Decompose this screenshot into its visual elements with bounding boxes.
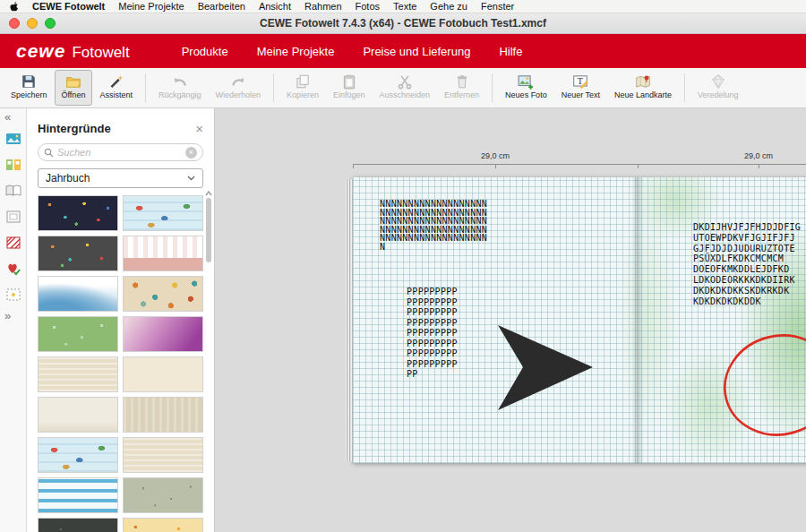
toolbar-button-ausschneiden: Ausschneiden [373,70,438,106]
chevron-down-icon [187,176,195,181]
menubar-item-ansicht[interactable]: Ansicht [259,1,291,12]
minimize-window-button[interactable] [27,18,38,29]
menubar-item-cewe-fotowelt[interactable]: CEWE Fotowelt [32,1,105,12]
background-thumbnail-watercolor-blue[interactable] [38,276,118,312]
toolbar-button-assistent[interactable]: Assistent [92,70,140,106]
nav-item-hilfe[interactable]: Hilfe [499,45,522,58]
toolbar-button-rueckgaengig: Rückgängig [151,70,209,106]
toolbar-button-label: Ausschneiden [380,90,431,99]
close-panel-button[interactable]: × [195,123,203,135]
nav-item-produkte[interactable]: Produkte [182,45,228,58]
trash-icon [454,73,470,90]
apple-icon[interactable] [9,1,19,13]
collapse-sidebar-button[interactable]: « [0,110,26,124]
menubar-item-gehe-zu[interactable]: Gehe zu [430,1,467,12]
sidebar-item-cliparts[interactable] [2,257,25,280]
background-thumbnail-texture-tan[interactable] [123,397,203,433]
menubar-item-texte[interactable]: Texte [393,1,416,12]
background-thumbnail-waves-blue[interactable] [38,477,118,513]
window-title: CEWE Fotowelt 7.4.3 (x64) - CEWE Fotobuc… [0,17,806,30]
text-box-right[interactable]: DKDIJHVJFJFHJDJDFIG UTOEWPDKVFJGJIFJFJ G… [693,222,801,306]
toolbar-button-veredelung: Veredelung [690,70,746,106]
backgrounds-icon [4,234,22,252]
panel-scrollbar[interactable] [204,191,213,532]
toolbar-button-label: Speichern [11,90,47,99]
photos-icon [4,130,22,148]
menubar-item-meine-projekte[interactable]: Meine Projekte [118,1,184,12]
page-stack-edge [346,179,353,461]
background-thumbnail-pattern-green[interactable] [38,316,118,352]
tool-sidebar-items [2,124,25,309]
toolbar-separator [145,73,146,102]
sidebar-item-masks[interactable] [2,205,25,228]
toolbar-separator [684,73,685,102]
toolbar-separator [273,73,274,102]
background-thumbnail-cars-blue[interactable] [123,195,203,231]
background-thumbnail-pattern-sage[interactable] [123,477,203,513]
category-select[interactable]: Jahrbuch [38,168,203,188]
text-box-left-top[interactable]: NNNNNNNNNNNNNNNNNNN NNNNNNNNNNNNNNNNNNN … [380,200,487,251]
search-input[interactable] [57,147,182,158]
toolbar-button-neue-landkarte[interactable]: Neue Landkarte [607,70,679,106]
background-thumbnail-plain-cream[interactable] [123,356,203,392]
toolbar-button-label: Entfernen [444,90,479,99]
menubar-item-bearbeiten[interactable]: Bearbeiten [198,1,245,12]
scroll-up-icon[interactable] [205,191,212,196]
text-box-left-middle[interactable]: PPPPPPPPP PPPPPPPPP PPPPPPPPP PPPPPPPPP … [407,287,458,380]
toolbar: SpeichernÖffnenAssistentRückgängigWieder… [0,68,806,108]
nav-item-meine-projekte[interactable]: Meine Projekte [257,45,335,58]
toolbar-button-label: Wiederholen [215,90,261,99]
ruler-tick [353,164,354,168]
background-thumbnail-stripes-pink[interactable] [123,236,203,271]
layouts-icon [4,156,22,174]
ruler-label-left: 29,0 cm [468,151,522,160]
menubar-item-fotos[interactable]: Fotos [356,1,381,12]
menubar-item-fenster[interactable]: Fenster [481,1,514,12]
arrow-shape[interactable] [498,325,593,410]
brand-nav-items: ProdukteMeine ProjektePreise und Lieferu… [182,45,523,58]
red-ellipse[interactable] [716,328,806,444]
nav-item-preise-und-lieferung[interactable]: Preise und Lieferung [363,45,470,58]
toolbar-button-speichern[interactable]: Speichern [4,70,55,106]
sidebar-item-layouts[interactable] [2,153,25,176]
category-select-value: Jahrbuch [46,172,90,184]
new-text-icon: T [572,73,588,90]
clear-search-button[interactable]: × [185,147,197,159]
toolbar-button-neues-foto[interactable]: Neues Foto [498,70,554,106]
photobook-icon [4,182,22,200]
background-thumbnail-confetti-gray[interactable] [38,236,118,271]
toolbar-button-oeffnen[interactable]: Öffnen [55,70,93,106]
arrow-clipart[interactable] [496,323,596,413]
macos-menubar: CEWE FotoweltMeine ProjekteBearbeitenAns… [0,0,806,13]
background-thumbnail-plain-light[interactable] [38,397,118,433]
photobook-spread[interactable]: NNNNNNNNNNNNNNNNNNN NNNNNNNNNNNNNNNNNNN … [353,177,806,463]
red-circle-annotation[interactable] [716,328,806,444]
background-thumbnail-texture-beige-2[interactable] [123,437,203,473]
background-thumbnail-watercolor-purple[interactable] [123,316,203,352]
background-thumbnail-dark-eco[interactable] [38,518,118,532]
menubar-item-rahmen[interactable]: Rahmen [304,1,342,12]
masks-icon [4,208,22,226]
zoom-window-button[interactable] [45,18,56,29]
traffic-lights [0,18,56,29]
workspace-canvas[interactable]: 29,0 cm 29,0 cm NNNNNNNNNNNNNNNNNNN NNNN… [215,108,806,532]
menubar-items: CEWE FotoweltMeine ProjekteBearbeitenAns… [32,1,514,12]
toolbar-button-neuer-text[interactable]: TNeuer Text [554,70,607,106]
close-window-button[interactable] [9,18,20,29]
scrollbar-thumb[interactable] [206,198,211,262]
expand-sidebar-button[interactable]: » [0,309,26,323]
sidebar-item-photobook[interactable] [2,179,25,202]
background-thumbnail-cars-blue-2[interactable] [38,437,118,473]
background-thumbnail-texture-beige[interactable] [38,356,118,392]
background-thumbnail-confetti-orange[interactable] [123,518,203,532]
toolbar-button-entfernen: Entfernen [437,70,486,106]
sidebar-item-backgrounds[interactable] [2,231,25,254]
toolbar-separator [492,73,493,102]
svg-text:T: T [578,76,583,86]
undo-icon [172,73,188,90]
sidebar-item-photos[interactable] [2,127,25,150]
sidebar-item-frames[interactable] [2,283,25,306]
toolbar-button-label: Rückgängig [159,90,202,99]
background-thumbnail-mosaic-dots[interactable] [123,276,203,312]
background-thumbnail-confetti-navy[interactable] [38,195,118,231]
